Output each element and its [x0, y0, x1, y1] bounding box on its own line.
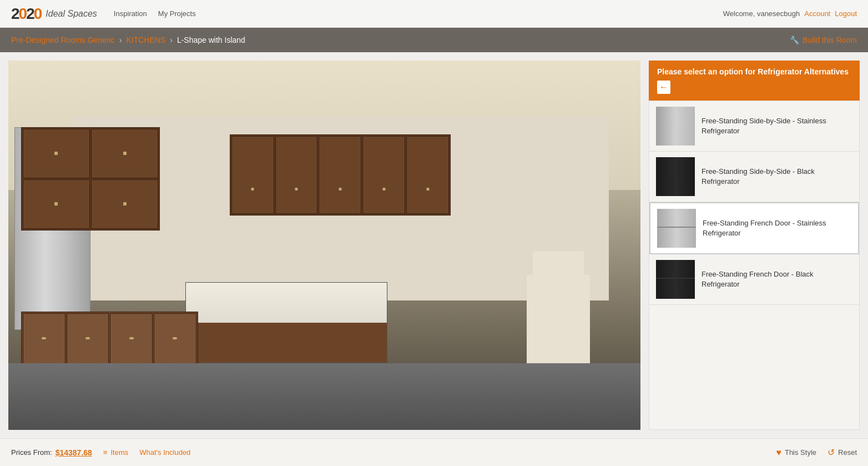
- footer-price: Prices From: $14387.68: [11, 448, 92, 457]
- heart-icon: ♥: [776, 448, 781, 458]
- option-thumb-1: [656, 107, 695, 146]
- option-label-4: Free-Standing French Door - Black Refrig…: [702, 269, 852, 289]
- logo-area: 2020 Ideal Spaces: [11, 5, 97, 23]
- upper-cabinets-center: [230, 134, 451, 216]
- nav-my-projects[interactable]: My Projects: [158, 9, 196, 18]
- items-label: Items: [110, 448, 128, 457]
- cab-door-tall: [275, 136, 318, 214]
- option-item-1[interactable]: Free-Standing Side-by-Side - Stainless R…: [649, 101, 859, 152]
- option-label-3: Free-Standing French Door - Stainless Re…: [703, 218, 851, 238]
- options-list: Free-Standing Side-by-Side - Stainless R…: [649, 101, 860, 430]
- option-item-4[interactable]: Free-Standing French Door - Black Refrig…: [649, 254, 859, 305]
- kitchen-island: [185, 282, 387, 363]
- header-right: Welcome, vanesecbugh Account Logout: [723, 9, 857, 18]
- cabinet-door: [23, 179, 90, 229]
- chair-back: [533, 251, 583, 304]
- back-button[interactable]: ←: [657, 81, 670, 94]
- upper-cabinets-left: [21, 127, 160, 231]
- included-label: What's Included: [139, 448, 190, 457]
- cabinet-door: [91, 179, 158, 229]
- breadcrumb-sep2: ›: [170, 36, 173, 44]
- kitchen-scene: [8, 61, 640, 430]
- breadcrumb-sep1: ›: [119, 36, 122, 44]
- option-item-3[interactable]: Free-Standing French Door - Stainless Re…: [649, 202, 859, 254]
- floor-render: [8, 363, 640, 430]
- list-icon: ≡: [103, 448, 108, 457]
- option-label-1: Free-Standing Side-by-Side - Stainless R…: [702, 116, 852, 136]
- footer-included-button[interactable]: What's Included: [139, 448, 190, 457]
- header-nav: Inspiration My Projects: [114, 9, 196, 18]
- cabinet-door: [23, 129, 90, 178]
- footer-right: ♥ This Style ↺ Reset: [776, 447, 857, 458]
- main-content: Please select an option for Refrigerator…: [0, 52, 868, 438]
- breadcrumb-current: L-Shape with Island: [177, 36, 245, 44]
- breadcrumb: Pre-Designed Rooms Generic › KITCHENS › …: [11, 36, 245, 44]
- wrench-icon: 🔧: [790, 36, 799, 44]
- option-header: Please select an option for Refrigerator…: [649, 61, 860, 101]
- header: 2020 Ideal Spaces Inspiration My Project…: [0, 0, 868, 28]
- option-thumb-2: [656, 157, 695, 196]
- reset-button[interactable]: ↺ Reset: [827, 447, 857, 458]
- room-image-container: [8, 61, 640, 430]
- this-style-label: This Style: [785, 448, 816, 457]
- option-item-2[interactable]: Free-Standing Side-by-Side - Black Refri…: [649, 152, 859, 202]
- cab-door-tall: [319, 136, 361, 214]
- reset-label: Reset: [838, 448, 857, 457]
- reset-icon: ↺: [827, 447, 835, 458]
- account-link[interactable]: Account: [804, 9, 830, 18]
- cab-door-tall: [362, 136, 405, 214]
- option-thumb-3: [657, 209, 696, 248]
- breadcrumb-root[interactable]: Pre-Designed Rooms Generic: [11, 36, 115, 44]
- thumb-stainless-img: [656, 107, 695, 146]
- logo-ideal-spaces: Ideal Spaces: [46, 9, 97, 19]
- thumb-french-black-img: [656, 260, 695, 299]
- breadcrumb-bar: Pre-Designed Rooms Generic › KITCHENS › …: [0, 28, 868, 52]
- footer-items-button[interactable]: ≡ Items: [103, 448, 128, 457]
- welcome-text: Welcome, vanesecbugh: [723, 9, 800, 18]
- price-value[interactable]: $14387.68: [55, 448, 92, 457]
- cabinet-door: [91, 129, 158, 178]
- price-label: Prices From:: [11, 448, 52, 457]
- build-room-label: Build this Room: [803, 36, 857, 44]
- option-header-title: Please select an option for Refrigerator…: [657, 67, 849, 76]
- cab-door-tall: [231, 136, 274, 214]
- option-thumb-4: [656, 260, 695, 299]
- footer-bar: Prices From: $14387.68 ≡ Items What's In…: [0, 438, 868, 466]
- nav-inspiration[interactable]: Inspiration: [114, 9, 147, 18]
- this-style-button[interactable]: ♥ This Style: [776, 448, 816, 458]
- build-room-button[interactable]: 🔧 Build this Room: [790, 36, 857, 44]
- cab-door-tall: [406, 136, 449, 214]
- breadcrumb-category[interactable]: KITCHENS: [126, 36, 165, 44]
- logo-2020: 2020: [11, 5, 41, 23]
- thumb-french-stainless-img: [657, 209, 696, 248]
- thumb-black-img: [656, 157, 695, 196]
- logout-link[interactable]: Logout: [835, 9, 857, 18]
- option-label-2: Free-Standing Side-by-Side - Black Refri…: [702, 167, 852, 187]
- right-panel: Please select an option for Refrigerator…: [649, 61, 860, 430]
